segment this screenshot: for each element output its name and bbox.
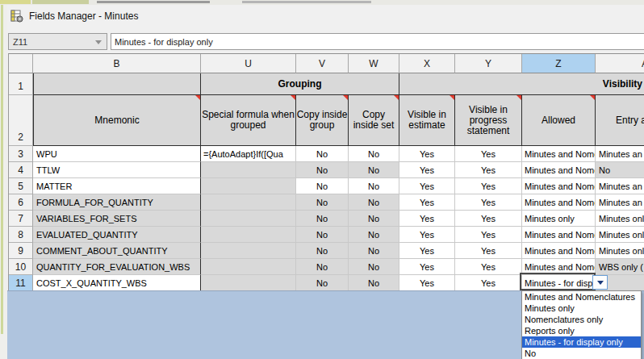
cell-z-row5[interactable]: Minutes and Nomenclatures xyxy=(522,178,596,194)
cell-v-row3[interactable]: No xyxy=(296,146,349,162)
cell-y-row6[interactable]: Yes xyxy=(455,194,522,211)
column-header-Z-selected[interactable]: Z xyxy=(522,54,596,73)
cell-y-row4[interactable]: Yes xyxy=(455,162,522,178)
cell-u-row6[interactable] xyxy=(201,194,296,211)
cell-y-row8[interactable]: Yes xyxy=(455,227,522,243)
cell-w-row5[interactable]: No xyxy=(349,178,399,194)
cell-aa-row9[interactable]: Minutes only xyxy=(596,243,644,259)
cell-x-row7[interactable]: Yes xyxy=(399,211,455,227)
row-header-8[interactable]: 8 xyxy=(9,227,33,243)
cell-y-row9[interactable]: Yes xyxy=(455,243,522,259)
dropdown-option[interactable]: Reports only xyxy=(522,325,641,336)
cell-w-row7[interactable]: No xyxy=(349,211,399,227)
cell-x-row11[interactable]: Yes xyxy=(399,275,455,291)
cell-b-row3[interactable]: WPU xyxy=(33,146,201,162)
cell-w-row4[interactable]: No xyxy=(349,162,399,178)
dropdown-button[interactable] xyxy=(592,275,608,290)
cell-v-row11[interactable]: No xyxy=(296,275,349,291)
cell-v-row10[interactable]: No xyxy=(296,259,349,275)
cell-y-row11[interactable]: Yes xyxy=(455,275,522,291)
cell-z-row9[interactable]: Minutes and Nomenclatures xyxy=(522,243,596,259)
cell-x-row3[interactable]: Yes xyxy=(399,146,455,162)
cell-u-row8[interactable] xyxy=(201,227,296,243)
cell-x-row8[interactable]: Yes xyxy=(399,227,455,243)
cell-v-row9[interactable]: No xyxy=(296,243,349,259)
cell-y-row7[interactable]: Yes xyxy=(455,211,522,227)
dropdown-option[interactable]: Nomenclatures only xyxy=(522,314,641,325)
header-copy-inside-set[interactable]: Copy inside set xyxy=(349,95,399,146)
row-header-4[interactable]: 4 xyxy=(9,162,33,178)
cell-v-row7[interactable]: No xyxy=(296,211,349,227)
grouping-merged-header[interactable]: Grouping xyxy=(201,73,399,95)
cell-z-row4[interactable]: Minutes and Nomenclatures xyxy=(522,162,596,178)
cell-aa-row6[interactable]: Minutes an xyxy=(596,194,644,211)
cell-u-row7[interactable] xyxy=(201,211,296,227)
cell-b-row7[interactable]: VARIABLES_FOR_SETS xyxy=(33,211,201,227)
cell-w-row3[interactable]: No xyxy=(349,146,399,162)
row-header-11[interactable]: 11 xyxy=(9,275,33,291)
cell-y-row10[interactable]: Yes xyxy=(455,259,522,275)
header-entry-allowed[interactable]: Entry allowed xyxy=(596,95,644,146)
dropdown-option[interactable]: Minutes - for display only xyxy=(522,336,641,348)
cell-aa-row3[interactable]: Minutes an xyxy=(596,146,644,162)
cell-b-row5[interactable]: MATTER xyxy=(33,178,201,194)
column-header-U[interactable]: U xyxy=(201,54,296,73)
cell-v-row8[interactable]: No xyxy=(296,227,349,243)
dropdown-option[interactable]: No xyxy=(522,348,641,359)
row-header-1[interactable]: 1 xyxy=(9,73,33,95)
cell-v-row6[interactable]: No xyxy=(296,194,349,211)
header-mnemonic[interactable]: Mnemonic xyxy=(33,95,201,146)
cell-u-row9[interactable] xyxy=(201,243,296,259)
cell-z-row10[interactable]: Minutes and Nomenclatures xyxy=(522,259,596,275)
cell-z-row11[interactable]: Minutes - for display only xyxy=(522,275,596,291)
cell-b-row4[interactable]: TTLW xyxy=(33,162,201,178)
cell-aa-row10[interactable]: WBS only ( xyxy=(596,259,644,275)
cell-u-row4[interactable] xyxy=(201,162,296,178)
header-copy-inside-group[interactable]: Copy inside group xyxy=(296,95,349,146)
header-visible-in-progress[interactable]: Visible in progress statement xyxy=(455,95,522,146)
column-header-X[interactable]: X xyxy=(399,54,455,73)
cell-x-row9[interactable]: Yes xyxy=(399,243,455,259)
formula-input[interactable]: Minutes - for display only xyxy=(111,33,644,50)
name-box[interactable]: Z11 xyxy=(8,33,107,50)
row-header-6[interactable]: 6 xyxy=(9,194,33,211)
cell-w-row10[interactable]: No xyxy=(349,259,399,275)
cell-b-row1[interactable] xyxy=(33,73,201,95)
header-allowed[interactable]: Allowed xyxy=(522,95,596,146)
column-header-Y[interactable]: Y xyxy=(455,54,522,73)
row-header-9[interactable]: 9 xyxy=(9,243,33,259)
cell-aa-row4[interactable]: No xyxy=(596,162,644,178)
cell-u-row11[interactable] xyxy=(201,275,296,291)
cell-u-row3[interactable]: ={AutoAdapt}If([Qua xyxy=(201,146,296,162)
cell-w-row9[interactable]: No xyxy=(349,243,399,259)
cell-v-row5[interactable]: No xyxy=(296,178,349,194)
row-header-10[interactable]: 10 xyxy=(9,259,33,275)
chevron-down-icon[interactable] xyxy=(95,40,102,44)
dropdown-option[interactable]: Minutes only xyxy=(522,303,641,314)
row-header-3[interactable]: 3 xyxy=(9,146,33,162)
dropdown-option[interactable]: Minutes and Nomenclatures xyxy=(522,291,641,303)
cell-x-row6[interactable]: Yes xyxy=(399,194,455,211)
cell-z-row8[interactable]: Minutes and Nomenclatures xyxy=(522,227,596,243)
cell-aa-row5[interactable]: Minutes an xyxy=(596,178,644,194)
cell-w-row6[interactable]: No xyxy=(349,194,399,211)
row-header-2[interactable]: 2 xyxy=(9,95,33,146)
column-header-AA[interactable]: A xyxy=(596,54,644,73)
column-header-W[interactable]: W xyxy=(349,54,399,73)
cell-z-row7[interactable]: Minutes only xyxy=(522,211,596,227)
cell-y-row5[interactable]: Yes xyxy=(455,178,522,194)
cell-y-row3[interactable]: Yes xyxy=(455,146,522,162)
column-header-V[interactable]: V xyxy=(296,54,349,73)
cell-z-row3[interactable]: Minutes and Nomenclatures xyxy=(522,146,596,162)
cell-u-row10[interactable] xyxy=(201,259,296,275)
cell-w-row8[interactable]: No xyxy=(349,227,399,243)
cell-aa-row8[interactable]: Minutes only xyxy=(596,227,644,243)
cell-b-row11[interactable]: COST_X_QUANTITY_WBS xyxy=(33,275,201,291)
cell-x-row4[interactable]: Yes xyxy=(399,162,455,178)
cell-x-row10[interactable]: Yes xyxy=(399,259,455,275)
header-special-formula[interactable]: Special formula when grouped xyxy=(201,95,296,146)
cell-aa-row7[interactable]: Minutes only xyxy=(596,211,644,227)
cell-b-row6[interactable]: FORMULA_FOR_QUANTITY xyxy=(33,194,201,211)
row-header-5[interactable]: 5 xyxy=(9,178,33,194)
corner-header[interactable] xyxy=(9,54,33,73)
